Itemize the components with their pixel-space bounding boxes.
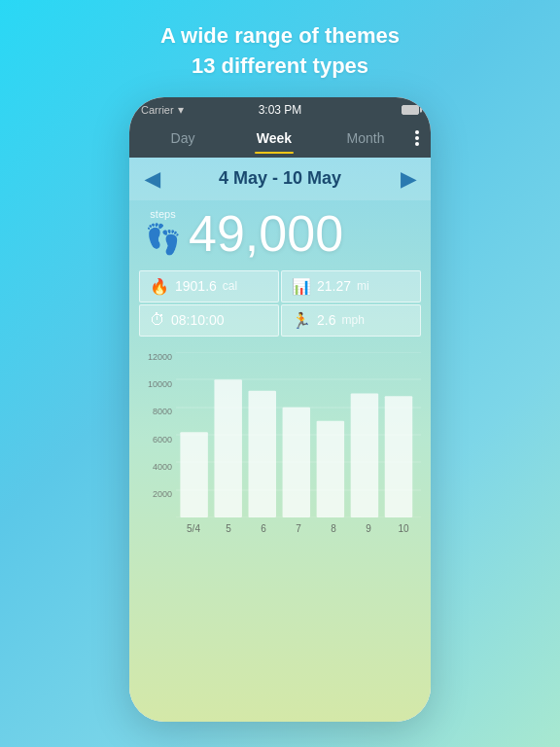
stat-time: ⏱ 08:10:00 — [139, 304, 279, 337]
speed-unit: mph — [341, 313, 364, 327]
steps-count: 49,000 — [189, 208, 343, 259]
svg-rect-13 — [385, 396, 412, 517]
x-label-5: 5 — [211, 523, 246, 534]
battery-icon — [402, 105, 419, 115]
footprint-icon: 👣 — [145, 222, 181, 256]
svg-rect-10 — [283, 407, 310, 516]
y-label-4000: 4000 — [139, 462, 172, 472]
speed-icon: 🏃 — [292, 311, 311, 330]
status-bar: Carrier ▾ 3:03 PM — [129, 97, 431, 121]
phone-content: ◀ 4 May - 10 May ▶ steps 👣 49,000 🔥 1901… — [129, 158, 431, 722]
x-label-9: 9 — [351, 523, 386, 534]
wifi-icon: ▾ — [178, 103, 184, 117]
steps-section: steps 👣 49,000 — [129, 200, 431, 263]
chart-x-axis: 5/4 5 6 7 8 9 10 — [176, 521, 421, 536]
x-label-8: 8 — [316, 523, 351, 534]
page-header: A wide range of themes 13 different type… — [141, 0, 419, 97]
y-label-2000: 2000 — [139, 489, 172, 499]
next-date-button[interactable]: ▶ — [401, 167, 415, 191]
svg-rect-11 — [317, 420, 344, 516]
svg-rect-8 — [214, 379, 241, 517]
svg-rect-12 — [351, 393, 378, 517]
status-battery — [402, 105, 419, 115]
stat-speed: 🏃 2.6 mph — [281, 304, 421, 337]
x-label-6: 6 — [246, 523, 281, 534]
distance-icon: 📊 — [292, 277, 311, 296]
y-label-12000: 12000 — [139, 352, 172, 362]
chart-inner: 5/4 5 6 7 8 9 10 — [176, 352, 421, 536]
header-line2: 13 different types — [192, 53, 368, 78]
phone-device: Carrier ▾ 3:03 PM Day Week Month ◀ 4 May… — [129, 97, 431, 722]
tab-bar: Day Week Month — [129, 121, 431, 158]
calories-unit: cal — [223, 279, 237, 293]
status-carrier: Carrier ▾ — [141, 103, 184, 117]
prev-date-button[interactable]: ◀ — [145, 167, 159, 191]
y-label-8000: 8000 — [139, 407, 172, 416]
date-range-label: 4 May - 10 May — [219, 168, 341, 189]
x-label-7: 7 — [281, 523, 316, 534]
x-label-10: 10 — [386, 523, 421, 534]
steps-label: steps — [150, 208, 175, 220]
x-label-54: 5/4 — [176, 523, 211, 534]
steps-icon-wrapper: steps 👣 — [145, 208, 181, 256]
stat-distance: 📊 21.27 mi — [281, 270, 421, 302]
bar-chart-svg — [176, 352, 421, 517]
header-line1: A wide range of themes — [160, 23, 400, 48]
time-value: 08:10:00 — [171, 312, 225, 328]
date-navigation: ◀ 4 May - 10 May ▶ — [129, 158, 431, 200]
speed-value: 2.6 — [317, 312, 335, 328]
y-label-10000: 10000 — [139, 379, 172, 389]
distance-value: 21.27 — [317, 278, 351, 294]
chart-area: 12000 10000 8000 6000 4000 2000 — [129, 344, 431, 546]
distance-unit: mi — [357, 279, 369, 293]
svg-rect-7 — [180, 432, 207, 517]
stats-grid: 🔥 1901.6 cal 📊 21.27 mi ⏱ 08:10:00 🏃 2.6… — [139, 270, 421, 337]
timer-icon: ⏱ — [150, 311, 165, 329]
tab-month[interactable]: Month — [320, 126, 411, 150]
calories-value: 1901.6 — [175, 278, 217, 294]
status-time: 3:03 PM — [259, 103, 302, 117]
tab-week[interactable]: Week — [228, 126, 320, 150]
fire-icon: 🔥 — [150, 277, 169, 296]
chart-y-axis: 12000 10000 8000 6000 4000 2000 — [139, 352, 172, 517]
stat-calories: 🔥 1901.6 cal — [139, 270, 279, 302]
tab-day[interactable]: Day — [137, 126, 228, 150]
y-label-6000: 6000 — [139, 435, 172, 445]
svg-rect-9 — [249, 390, 276, 516]
menu-button[interactable] — [411, 130, 423, 146]
